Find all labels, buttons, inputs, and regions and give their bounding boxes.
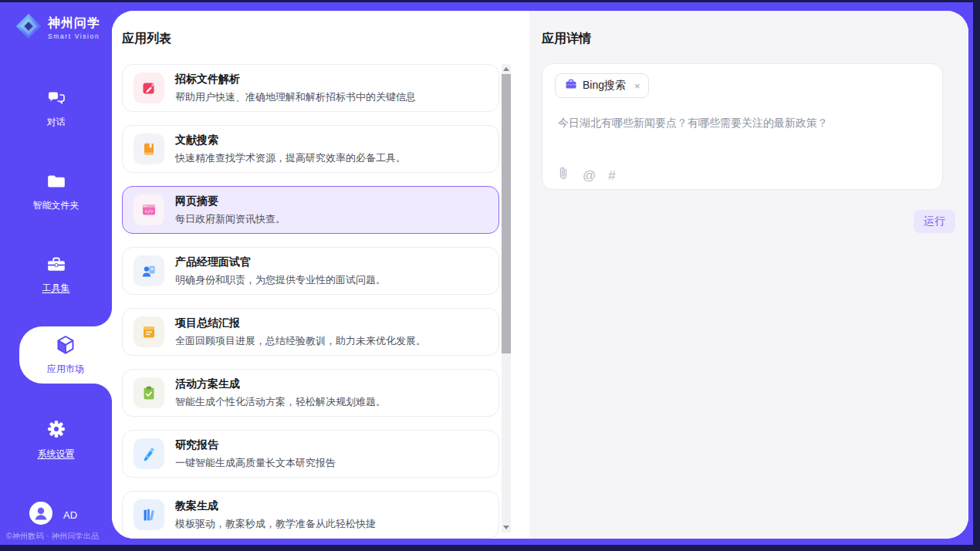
close-icon[interactable]: ×	[634, 80, 640, 92]
app-list-item-bid-parse[interactable]: 招标文件解析 帮助用户快速、准确地理解和解析招标书中的关键信息	[122, 64, 499, 112]
app-list-item-lesson-plan[interactable]: 教案生成 模板驱动，教案秒成，教学准备从此轻松快捷	[122, 491, 499, 539]
sidebar-item-label: 对话	[47, 116, 66, 129]
edit-document-icon	[133, 73, 164, 103]
app-desc: 智能生成个性化活动方案，轻松解决规划难题。	[175, 395, 386, 409]
cube-icon	[55, 334, 76, 359]
svg-text:</>: </>	[144, 208, 153, 214]
toolbox-icon	[46, 255, 66, 276]
sidebar-item-smart-folder[interactable]: 智能文件夹	[0, 172, 112, 212]
app-title: 招标文件解析	[175, 73, 416, 86]
app-desc: 一键智能生成高质量长文本研究报告	[175, 456, 336, 470]
app-title: 产品经理面试官	[175, 255, 386, 269]
sidebar-item-label: 应用市场	[47, 363, 84, 376]
app-desc: 全面回顾项目进展，总结经验教训，助力未来优化发展。	[175, 334, 426, 348]
user-name: AD	[63, 509, 77, 521]
app-title: 项目总结汇报	[175, 316, 426, 330]
plugin-chip-bing-search[interactable]: Bing搜索 ×	[555, 73, 649, 98]
app-list-title: 应用列表	[122, 31, 171, 47]
interviewer-icon	[133, 255, 164, 286]
plugin-chip-label: Bing搜索	[583, 79, 626, 93]
user-account[interactable]: AD	[29, 502, 77, 528]
sidebar-item-chat[interactable]: 对话	[0, 89, 112, 129]
app-window: 神州问学 Smart Vision 对话 智能文件夹	[0, 0, 980, 551]
app-desc: 帮助用户快速、准确地理解和解析招标书中的关键信息	[175, 90, 416, 104]
triangle-up-icon	[503, 67, 509, 71]
hash-icon[interactable]: #	[608, 169, 615, 182]
brand-title: 神州问学	[48, 15, 100, 32]
app-list-item-event-plan[interactable]: 活动方案生成 智能生成个性化活动方案，轻松解决规划难题。	[122, 369, 499, 417]
books-icon	[133, 499, 164, 530]
gear-icon	[46, 419, 66, 442]
run-button[interactable]: 运行	[914, 210, 955, 233]
at-icon[interactable]: @	[583, 169, 596, 182]
prompt-card: Bing搜索 × 今日湖北有哪些新闻要点？有哪些需要关注的最新政策？ @ #	[542, 63, 943, 190]
diamond-logo-icon	[15, 13, 42, 42]
brand-logo: 神州问学 Smart Vision	[15, 13, 100, 42]
triangle-down-icon	[503, 526, 509, 529]
avatar-icon	[29, 502, 52, 528]
app-list-item-research-report[interactable]: 研究报告 一键智能生成高质量长文本研究报告	[122, 430, 499, 478]
clipboard-check-icon	[133, 377, 164, 408]
sidebar-item-label: 系统设置	[38, 448, 75, 461]
folder-icon	[46, 172, 66, 194]
query-text[interactable]: 今日湖北有哪些新闻要点？有哪些需要关注的最新政策？	[558, 117, 927, 130]
paperclip-icon[interactable]	[556, 166, 570, 184]
sidebar-item-app-market[interactable]: 应用市场	[19, 326, 112, 384]
sidebar: 神州问学 Smart Vision 对话 智能文件夹	[0, 2, 112, 545]
report-calendar-icon	[133, 316, 164, 347]
book-icon	[133, 134, 164, 164]
input-toolbar: @ #	[556, 166, 616, 184]
app-title: 网页摘要	[175, 194, 286, 208]
briefcase-icon	[565, 78, 577, 93]
scrollbar-up-arrow[interactable]	[502, 64, 511, 74]
app-desc: 明确身份和职责，为您提供专业性的面试问题。	[175, 273, 386, 287]
sidebar-item-settings[interactable]: 系统设置	[0, 419, 112, 461]
scrollbar	[502, 64, 511, 532]
app-desc: 每日政府新闻资讯快查。	[175, 212, 286, 226]
webpage-code-icon: </>	[133, 194, 164, 225]
app-detail-title: 应用详情	[542, 31, 591, 47]
sidebar-item-toolset[interactable]: 工具集	[0, 255, 112, 295]
app-list-panel: 应用列表 招标文件解析 帮助用户快速、准确地理解和解析招标书中的关键信息	[112, 11, 529, 539]
app-detail-panel: 应用详情 Bing搜索 × 今日湖北有哪些新闻要点？有哪些需要关注的最新政策？	[529, 11, 968, 539]
sidebar-item-label: 智能文件夹	[33, 199, 79, 212]
app-list-item-project-summary[interactable]: 项目总结汇报 全面回顾项目进展，总结经验教训，助力未来优化发展。	[122, 308, 499, 356]
sidebar-item-label: 工具集	[42, 282, 70, 295]
chat-icon	[46, 89, 66, 110]
scrollbar-thumb[interactable]	[502, 74, 511, 353]
research-pen-icon	[133, 438, 164, 469]
app-title: 教案生成	[175, 499, 376, 513]
app-background: 神州问学 Smart Vision 对话 智能文件夹	[0, 2, 973, 545]
app-title: 研究报告	[175, 438, 336, 452]
app-list-item-webpage-summary[interactable]: </> 网页摘要 每日政府新闻资讯快查。	[122, 186, 499, 234]
app-list: 招标文件解析 帮助用户快速、准确地理解和解析招标书中的关键信息 文献搜索	[122, 64, 499, 539]
app-title: 文献搜索	[175, 134, 406, 147]
scrollbar-down-arrow[interactable]	[502, 522, 511, 532]
app-desc: 模板驱动，教案秒成，教学准备从此轻松快捷	[175, 517, 376, 531]
brand-subtitle: Smart Vision	[48, 32, 100, 40]
copyright-footer: ©神州数码 · 神州问学出品	[6, 531, 112, 542]
app-desc: 快速精准查找学术资源，提高研究效率的必备工具。	[175, 151, 406, 165]
app-title: 活动方案生成	[175, 377, 386, 391]
app-list-item-literature-search[interactable]: 文献搜索 快速精准查找学术资源，提高研究效率的必备工具。	[122, 125, 499, 173]
content-area: 应用列表 招标文件解析 帮助用户快速、准确地理解和解析招标书中的关键信息	[112, 11, 968, 539]
app-list-item-pm-interviewer[interactable]: 产品经理面试官 明确身份和职责，为您提供专业性的面试问题。	[122, 247, 499, 295]
